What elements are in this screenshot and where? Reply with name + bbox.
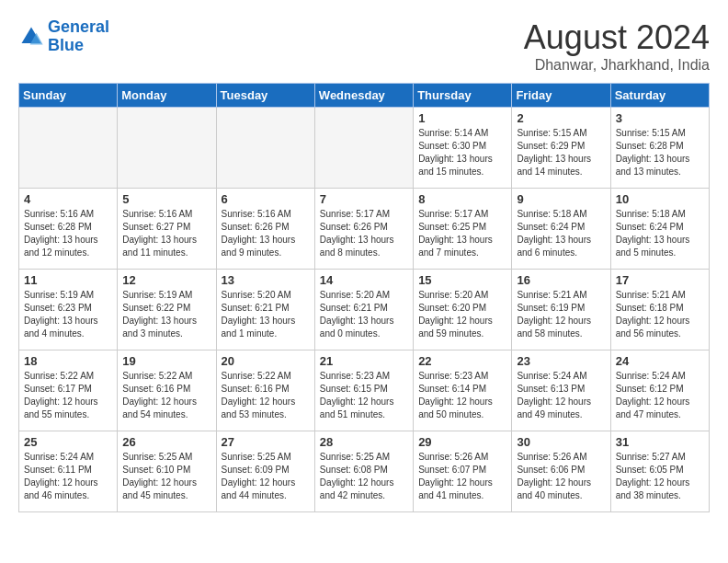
day-number: 10 bbox=[616, 192, 704, 206]
day-number: 13 bbox=[222, 273, 310, 287]
day-info: Sunrise: 5:17 AM Sunset: 6:26 PM Dayligh… bbox=[320, 208, 408, 259]
day-number: 28 bbox=[320, 435, 408, 449]
day-info: Sunrise: 5:15 AM Sunset: 6:29 PM Dayligh… bbox=[517, 127, 605, 178]
day-cell bbox=[314, 108, 413, 189]
day-cell: 13Sunrise: 5:20 AM Sunset: 6:21 PM Dayli… bbox=[216, 270, 314, 350]
calendar-title: August 2024 bbox=[524, 18, 710, 57]
day-info: Sunrise: 5:15 AM Sunset: 6:28 PM Dayligh… bbox=[616, 127, 704, 178]
week-row-2: 4Sunrise: 5:16 AM Sunset: 6:28 PM Daylig… bbox=[19, 189, 710, 270]
day-number: 26 bbox=[122, 435, 210, 449]
day-number: 4 bbox=[24, 192, 112, 206]
day-cell bbox=[19, 108, 118, 189]
day-cell: 14Sunrise: 5:20 AM Sunset: 6:21 PM Dayli… bbox=[314, 270, 413, 350]
day-number: 25 bbox=[24, 435, 112, 449]
day-info: Sunrise: 5:16 AM Sunset: 6:27 PM Dayligh… bbox=[122, 208, 210, 259]
day-cell: 1Sunrise: 5:14 AM Sunset: 6:30 PM Daylig… bbox=[414, 108, 512, 189]
day-cell: 28Sunrise: 5:25 AM Sunset: 6:08 PM Dayli… bbox=[314, 431, 413, 512]
day-cell: 18Sunrise: 5:22 AM Sunset: 6:17 PM Dayli… bbox=[19, 350, 118, 431]
day-cell: 21Sunrise: 5:23 AM Sunset: 6:15 PM Dayli… bbox=[314, 350, 413, 431]
day-info: Sunrise: 5:18 AM Sunset: 6:24 PM Dayligh… bbox=[517, 208, 605, 259]
day-cell: 9Sunrise: 5:18 AM Sunset: 6:24 PM Daylig… bbox=[512, 189, 610, 270]
day-cell: 3Sunrise: 5:15 AM Sunset: 6:28 PM Daylig… bbox=[610, 108, 709, 189]
day-number: 9 bbox=[517, 192, 605, 206]
week-row-1: 1Sunrise: 5:14 AM Sunset: 6:30 PM Daylig… bbox=[19, 108, 710, 189]
day-number: 5 bbox=[122, 192, 210, 206]
day-info: Sunrise: 5:14 AM Sunset: 6:30 PM Dayligh… bbox=[418, 127, 506, 178]
day-info: Sunrise: 5:19 AM Sunset: 6:23 PM Dayligh… bbox=[24, 289, 112, 340]
day-cell: 2Sunrise: 5:15 AM Sunset: 6:29 PM Daylig… bbox=[512, 108, 610, 189]
day-cell: 24Sunrise: 5:24 AM Sunset: 6:12 PM Dayli… bbox=[610, 350, 709, 431]
day-number: 18 bbox=[24, 354, 112, 368]
day-cell: 4Sunrise: 5:16 AM Sunset: 6:28 PM Daylig… bbox=[19, 189, 118, 270]
day-number: 16 bbox=[517, 273, 605, 287]
day-cell: 30Sunrise: 5:26 AM Sunset: 6:06 PM Dayli… bbox=[512, 431, 610, 512]
day-info: Sunrise: 5:25 AM Sunset: 6:08 PM Dayligh… bbox=[320, 451, 408, 502]
day-info: Sunrise: 5:24 AM Sunset: 6:11 PM Dayligh… bbox=[24, 451, 112, 502]
day-number: 24 bbox=[616, 354, 704, 368]
day-number: 31 bbox=[616, 435, 704, 449]
day-cell: 25Sunrise: 5:24 AM Sunset: 6:11 PM Dayli… bbox=[19, 431, 118, 512]
day-info: Sunrise: 5:17 AM Sunset: 6:25 PM Dayligh… bbox=[418, 208, 506, 259]
day-info: Sunrise: 5:21 AM Sunset: 6:18 PM Dayligh… bbox=[616, 289, 704, 340]
day-info: Sunrise: 5:25 AM Sunset: 6:09 PM Dayligh… bbox=[222, 451, 310, 502]
day-cell: 15Sunrise: 5:20 AM Sunset: 6:20 PM Dayli… bbox=[414, 270, 512, 350]
day-info: Sunrise: 5:22 AM Sunset: 6:16 PM Dayligh… bbox=[222, 370, 310, 421]
day-cell: 22Sunrise: 5:23 AM Sunset: 6:14 PM Dayli… bbox=[414, 350, 512, 431]
day-cell: 10Sunrise: 5:18 AM Sunset: 6:24 PM Dayli… bbox=[610, 189, 709, 270]
day-info: Sunrise: 5:18 AM Sunset: 6:24 PM Dayligh… bbox=[616, 208, 704, 259]
day-info: Sunrise: 5:26 AM Sunset: 6:07 PM Dayligh… bbox=[418, 451, 506, 502]
day-info: Sunrise: 5:22 AM Sunset: 6:17 PM Dayligh… bbox=[24, 370, 112, 421]
day-info: Sunrise: 5:26 AM Sunset: 6:06 PM Dayligh… bbox=[517, 451, 605, 502]
logo: General Blue bbox=[18, 18, 109, 55]
day-info: Sunrise: 5:20 AM Sunset: 6:21 PM Dayligh… bbox=[320, 289, 408, 340]
day-number: 6 bbox=[222, 192, 310, 206]
day-cell: 19Sunrise: 5:22 AM Sunset: 6:16 PM Dayli… bbox=[118, 350, 216, 431]
day-info: Sunrise: 5:19 AM Sunset: 6:22 PM Dayligh… bbox=[122, 289, 210, 340]
header-cell-monday: Monday bbox=[118, 84, 216, 108]
day-info: Sunrise: 5:25 AM Sunset: 6:10 PM Dayligh… bbox=[122, 451, 210, 502]
day-number: 2 bbox=[517, 111, 605, 125]
page-header: General Blue August 2024 Dhanwar, Jharkh… bbox=[18, 18, 710, 74]
week-row-4: 18Sunrise: 5:22 AM Sunset: 6:17 PM Dayli… bbox=[19, 350, 710, 431]
calendar-subtitle: Dhanwar, Jharkhand, India bbox=[524, 57, 710, 74]
day-number: 20 bbox=[222, 354, 310, 368]
day-cell: 26Sunrise: 5:25 AM Sunset: 6:10 PM Dayli… bbox=[118, 431, 216, 512]
day-cell bbox=[118, 108, 216, 189]
day-info: Sunrise: 5:24 AM Sunset: 6:13 PM Dayligh… bbox=[517, 370, 605, 421]
logo-line2: Blue bbox=[48, 36, 84, 54]
day-info: Sunrise: 5:24 AM Sunset: 6:12 PM Dayligh… bbox=[616, 370, 704, 421]
week-row-3: 11Sunrise: 5:19 AM Sunset: 6:23 PM Dayli… bbox=[19, 270, 710, 350]
header-cell-friday: Friday bbox=[512, 84, 610, 108]
day-cell bbox=[216, 108, 314, 189]
day-cell: 23Sunrise: 5:24 AM Sunset: 6:13 PM Dayli… bbox=[512, 350, 610, 431]
day-info: Sunrise: 5:20 AM Sunset: 6:21 PM Dayligh… bbox=[222, 289, 310, 340]
day-number: 15 bbox=[418, 273, 506, 287]
logo-text: General Blue bbox=[48, 18, 109, 55]
day-info: Sunrise: 5:16 AM Sunset: 6:26 PM Dayligh… bbox=[222, 208, 310, 259]
day-cell: 20Sunrise: 5:22 AM Sunset: 6:16 PM Dayli… bbox=[216, 350, 314, 431]
day-number: 27 bbox=[222, 435, 310, 449]
day-cell: 5Sunrise: 5:16 AM Sunset: 6:27 PM Daylig… bbox=[118, 189, 216, 270]
header-cell-tuesday: Tuesday bbox=[216, 84, 314, 108]
day-number: 14 bbox=[320, 273, 408, 287]
day-number: 8 bbox=[418, 192, 506, 206]
day-number: 7 bbox=[320, 192, 408, 206]
day-number: 3 bbox=[616, 111, 704, 125]
day-number: 30 bbox=[517, 435, 605, 449]
day-cell: 11Sunrise: 5:19 AM Sunset: 6:23 PM Dayli… bbox=[19, 270, 118, 350]
day-cell: 8Sunrise: 5:17 AM Sunset: 6:25 PM Daylig… bbox=[414, 189, 512, 270]
day-info: Sunrise: 5:22 AM Sunset: 6:16 PM Dayligh… bbox=[122, 370, 210, 421]
header-row: SundayMondayTuesdayWednesdayThursdayFrid… bbox=[19, 84, 710, 108]
day-cell: 27Sunrise: 5:25 AM Sunset: 6:09 PM Dayli… bbox=[216, 431, 314, 512]
day-number: 17 bbox=[616, 273, 704, 287]
day-cell: 16Sunrise: 5:21 AM Sunset: 6:19 PM Dayli… bbox=[512, 270, 610, 350]
title-block: August 2024 Dhanwar, Jharkhand, India bbox=[524, 18, 710, 74]
day-number: 22 bbox=[418, 354, 506, 368]
header-cell-saturday: Saturday bbox=[610, 84, 709, 108]
day-cell: 31Sunrise: 5:27 AM Sunset: 6:05 PM Dayli… bbox=[610, 431, 709, 512]
day-number: 12 bbox=[122, 273, 210, 287]
header-cell-thursday: Thursday bbox=[414, 84, 512, 108]
day-info: Sunrise: 5:21 AM Sunset: 6:19 PM Dayligh… bbox=[517, 289, 605, 340]
header-cell-wednesday: Wednesday bbox=[314, 84, 413, 108]
day-number: 23 bbox=[517, 354, 605, 368]
